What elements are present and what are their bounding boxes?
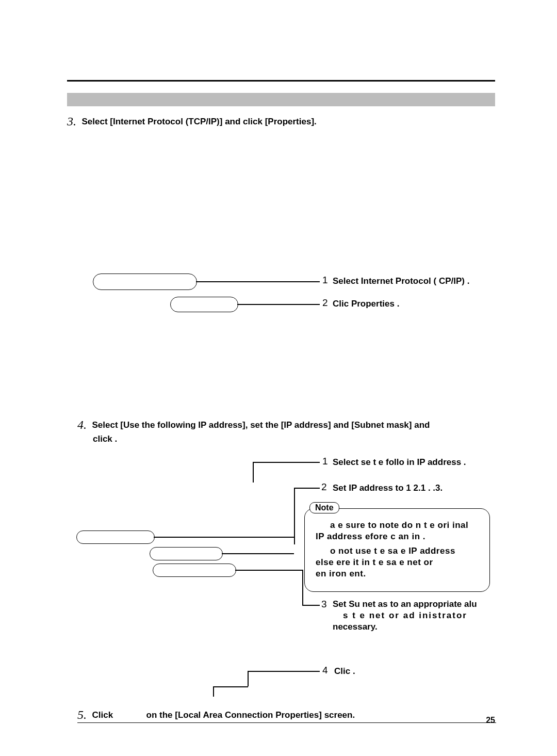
callout-4-4-number: 4 [322,665,328,676]
callout-pill [150,547,223,560]
callout-1-number: 1 [322,275,328,286]
callout-pill [76,530,155,544]
callout-4-1-text: Select se t e follo in IP address . [333,457,466,468]
leader-line [213,686,214,697]
step-5-text-a: Click [92,710,113,720]
leader-line [237,304,320,305]
leader-line [294,488,295,544]
callout-4-2-number: 2 [321,481,327,493]
callout-4-2-text: Set IP address to 1 2.1 . .3. [333,483,443,493]
step-3-number: 3. [67,115,76,128]
callout-2-number: 2 [322,297,328,309]
leader-line [235,570,302,571]
step-5: 5. Click on the [Local Area Connection P… [77,708,355,722]
callout-pill [153,564,236,577]
step-4-text-a: Select [Use the following IP address], s… [92,420,430,430]
bottom-rule [77,722,496,723]
leader-line [302,605,320,606]
leader-line [248,671,320,672]
callout-1-text: Select Internet Protocol ( CP/IP) . [333,276,469,286]
gray-header-bar [67,93,495,106]
leader-line [196,281,320,282]
leader-line [253,462,254,482]
callout-4-3-number: 3 [321,599,327,610]
callout-2-text: Clic Properties . [333,299,399,309]
step-3-text: Select [Internet Protocol (TCP/IP)] and … [81,117,316,126]
note-line-2: IP address efore c an in . [316,532,425,542]
callout-4-3-text-c: necessary. [333,622,378,632]
note-line-3: o not use t e sa e IP address [330,546,455,556]
callout-pill-properties [170,297,238,312]
step-4-number: 4. [77,418,87,431]
leader-line [302,570,303,605]
leader-line [154,537,294,538]
callout-4-1-number: 1 [322,456,328,467]
leader-line [253,462,320,463]
note-line-4: else ere it in t e sa e net or [316,557,433,568]
step-3: 3. Select [Internet Protocol (TCP/IP)] a… [67,115,317,128]
top-rule [67,80,495,82]
callout-4-4-text: Clic . [334,666,355,677]
leader-line [294,488,320,489]
leader-line [248,671,249,686]
page-number: 25 [486,716,495,725]
note-line-5: en iron ent. [316,569,366,579]
callout-4-3-text-b: s t e net or ad inistrator [343,610,467,621]
step-4: 4. Select [Use the following IP address]… [77,418,485,444]
step-4-text-b: click . [93,434,485,444]
callout-4-3-text-a: Set Su net as to an appropriate alu [333,599,477,609]
note-label: Note [309,502,339,513]
leader-line [213,686,248,687]
page: 3. Select [Internet Protocol (TCP/IP)] a… [0,0,557,756]
note-line-1: a e sure to note do n t e ori inal [330,520,468,530]
step-5-number: 5. [77,708,87,721]
leader-line [222,553,294,554]
step-5-text-b: on the [Local Area Connection Properties… [146,710,355,720]
callout-pill-tcpip [93,274,197,290]
